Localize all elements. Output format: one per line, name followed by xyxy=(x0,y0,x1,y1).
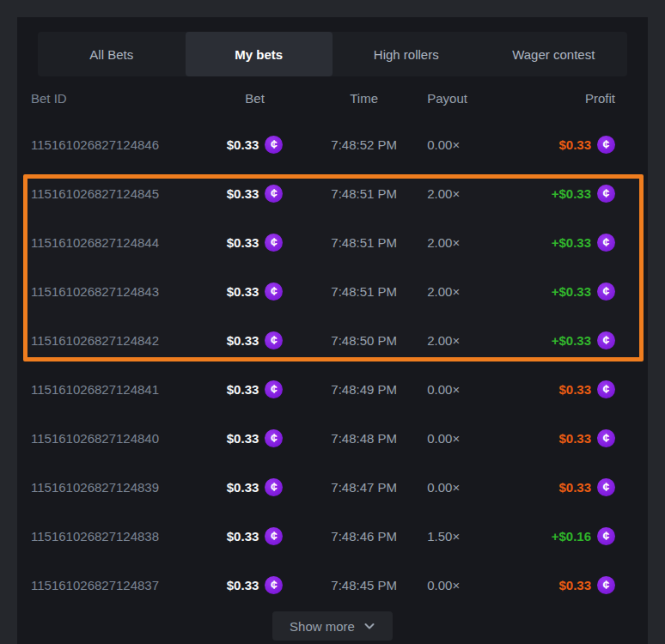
header-bet: Bet xyxy=(200,91,309,106)
table-row[interactable]: 115161026827124843 $0.33 ¢ 7:48:51 PM 2.… xyxy=(17,267,648,316)
profit-cell: +$0.16 ¢ xyxy=(506,527,615,545)
currency-coin-icon: ¢ xyxy=(597,380,615,398)
bet-id-cell[interactable]: 115161026827124845 xyxy=(31,186,200,201)
show-more-label: Show more xyxy=(290,619,355,634)
currency-coin-icon: ¢ xyxy=(597,331,615,349)
currency-coin-icon: ¢ xyxy=(265,185,283,203)
time-cell: 7:48:47 PM xyxy=(309,480,418,495)
currency-coin-icon: ¢ xyxy=(597,527,615,545)
profit-amount: +$0.33 xyxy=(552,235,591,250)
payout-cell: 2.00× xyxy=(418,333,506,348)
currency-coin-icon: ¢ xyxy=(265,136,283,154)
time-cell: 7:48:51 PM xyxy=(309,186,418,201)
bet-cell: $0.33 ¢ xyxy=(200,576,309,594)
table-row[interactable]: 115161026827124839 $0.33 ¢ 7:48:47 PM 0.… xyxy=(17,463,648,512)
bet-id-cell[interactable]: 115161026827124843 xyxy=(31,284,200,299)
time-cell: 7:48:46 PM xyxy=(309,529,418,544)
show-more-button[interactable]: Show more xyxy=(272,611,393,641)
currency-coin-icon: ¢ xyxy=(265,478,283,496)
payout-cell: 0.00× xyxy=(418,431,506,446)
table-row[interactable]: 115161026827124840 $0.33 ¢ 7:48:48 PM 0.… xyxy=(17,414,648,463)
bet-amount: $0.33 xyxy=(227,333,259,348)
bet-id-cell[interactable]: 115161026827124837 xyxy=(31,578,200,592)
profit-cell: $0.33 ¢ xyxy=(506,380,615,398)
profit-cell: $0.33 ¢ xyxy=(506,576,615,594)
currency-coin-icon: ¢ xyxy=(265,576,283,594)
currency-coin-icon: ¢ xyxy=(597,136,615,154)
time-cell: 7:48:45 PM xyxy=(309,578,418,592)
bet-cell: $0.33 ¢ xyxy=(200,185,309,203)
time-cell: 7:48:50 PM xyxy=(309,333,418,348)
header-profit: Profit xyxy=(506,91,615,106)
profit-cell: $0.33 ¢ xyxy=(506,136,615,154)
payout-cell: 0.00× xyxy=(418,137,506,152)
bet-amount: $0.33 xyxy=(227,578,259,592)
bet-cell: $0.33 ¢ xyxy=(200,478,309,496)
table-row[interactable]: 115161026827124844 $0.33 ¢ 7:48:51 PM 2.… xyxy=(17,218,648,267)
currency-coin-icon: ¢ xyxy=(597,234,615,252)
profit-amount: +$0.33 xyxy=(552,284,591,299)
bet-amount: $0.33 xyxy=(227,529,259,544)
profit-amount: $0.33 xyxy=(558,137,591,152)
bet-id-cell[interactable]: 115161026827124844 xyxy=(31,235,200,250)
table-row[interactable]: 115161026827124837 $0.33 ¢ 7:48:45 PM 0.… xyxy=(17,561,648,610)
bet-amount: $0.33 xyxy=(227,137,259,152)
time-cell: 7:48:51 PM xyxy=(309,235,418,250)
payout-cell: 2.00× xyxy=(418,235,506,250)
table-header-row: Bet ID Bet Time Payout Profit xyxy=(17,76,648,120)
bet-id-cell[interactable]: 115161026827124839 xyxy=(31,480,200,495)
table-row[interactable]: 115161026827124838 $0.33 ¢ 7:48:46 PM 1.… xyxy=(17,512,648,561)
profit-amount: +$0.33 xyxy=(552,333,591,348)
tab-my-bets[interactable]: My bets xyxy=(186,32,333,76)
bet-id-cell[interactable]: 115161026827124842 xyxy=(31,333,200,348)
payout-cell: 2.00× xyxy=(418,284,506,299)
table-row[interactable]: 115161026827124846 $0.33 ¢ 7:48:52 PM 0.… xyxy=(17,120,648,169)
currency-coin-icon: ¢ xyxy=(265,527,283,545)
bet-id-cell[interactable]: 115161026827124838 xyxy=(31,529,200,544)
bet-amount: $0.33 xyxy=(227,186,259,201)
currency-coin-icon: ¢ xyxy=(265,380,283,398)
profit-cell: +$0.33 ¢ xyxy=(506,283,615,301)
header-bet-id: Bet ID xyxy=(31,91,200,106)
bet-amount: $0.33 xyxy=(227,382,259,397)
payout-cell: 2.00× xyxy=(418,186,506,201)
bet-amount: $0.33 xyxy=(227,284,259,299)
profit-cell: $0.33 ¢ xyxy=(506,429,615,447)
table-row[interactable]: 115161026827124845 $0.33 ¢ 7:48:51 PM 2.… xyxy=(17,169,648,218)
table-row[interactable]: 115161026827124841 $0.33 ¢ 7:48:49 PM 0.… xyxy=(17,365,648,414)
currency-coin-icon: ¢ xyxy=(597,185,615,203)
payout-cell: 0.00× xyxy=(418,480,506,495)
table-body: 115161026827124846 $0.33 ¢ 7:48:52 PM 0.… xyxy=(17,120,648,610)
profit-amount: $0.33 xyxy=(558,431,591,446)
tab-all-bets[interactable]: All Bets xyxy=(38,32,186,76)
currency-coin-icon: ¢ xyxy=(597,429,615,447)
profit-cell: +$0.33 ¢ xyxy=(506,185,615,203)
bet-cell: $0.33 ¢ xyxy=(200,380,309,398)
chevron-down-icon xyxy=(363,620,375,632)
payout-cell: 0.00× xyxy=(418,382,506,397)
table-row[interactable]: 115161026827124842 $0.33 ¢ 7:48:50 PM 2.… xyxy=(17,316,648,365)
bet-cell: $0.33 ¢ xyxy=(200,283,309,301)
bet-id-cell[interactable]: 115161026827124846 xyxy=(31,137,200,152)
bet-amount: $0.33 xyxy=(227,431,259,446)
bet-cell: $0.33 ¢ xyxy=(200,331,309,349)
time-cell: 7:48:48 PM xyxy=(309,431,418,446)
header-payout: Payout xyxy=(418,91,506,106)
profit-cell: +$0.33 ¢ xyxy=(506,331,615,349)
bet-id-cell[interactable]: 115161026827124840 xyxy=(31,431,200,446)
bets-table: Bet ID Bet Time Payout Profit 1151610268… xyxy=(17,76,648,610)
profit-amount: $0.33 xyxy=(558,480,591,495)
tab-wager-contest[interactable]: Wager contest xyxy=(480,32,628,76)
currency-coin-icon: ¢ xyxy=(265,234,283,252)
tab-high-rollers[interactable]: High rollers xyxy=(332,32,480,76)
time-cell: 7:48:51 PM xyxy=(309,284,418,299)
bet-id-cell[interactable]: 115161026827124841 xyxy=(31,382,200,397)
currency-coin-icon: ¢ xyxy=(597,478,615,496)
profit-amount: +$0.33 xyxy=(552,186,591,201)
profit-cell: +$0.33 ¢ xyxy=(506,234,615,252)
header-time: Time xyxy=(309,91,418,106)
currency-coin-icon: ¢ xyxy=(265,331,283,349)
time-cell: 7:48:49 PM xyxy=(309,382,418,397)
profit-amount: $0.33 xyxy=(558,578,591,592)
bet-cell: $0.33 ¢ xyxy=(200,234,309,252)
